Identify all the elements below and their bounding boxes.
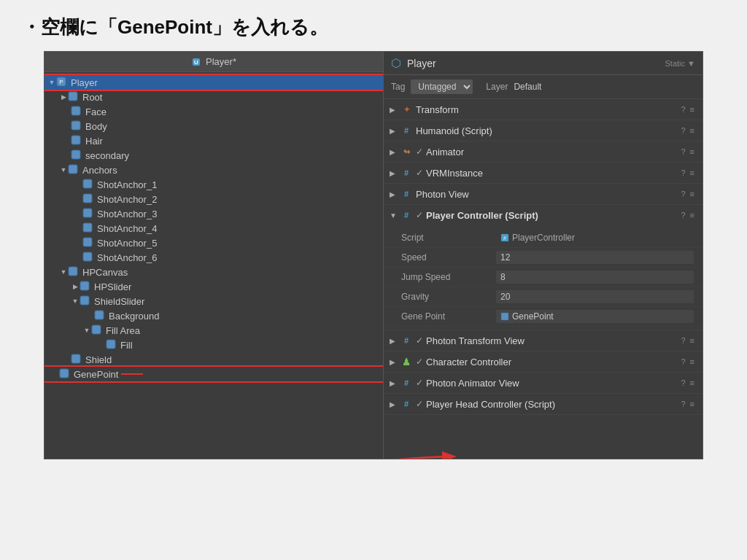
hierarchy-tree[interactable]: ▼ P Player ▶ Root	[44, 72, 383, 459]
help-btn-photontransform[interactable]: ?	[678, 336, 687, 345]
component-vrminstance[interactable]: ▶ # ✓ VRMInstance ? ≡	[384, 163, 703, 184]
gene-point-value[interactable]: GenePoint	[496, 310, 694, 323]
menu-btn-photontransform[interactable]: ≡	[688, 336, 697, 345]
hierarchy-label-hpslider: HPSlider	[94, 281, 131, 292]
component-photontransform[interactable]: ▶ # ✓ Photon Transform View ? ≡	[384, 330, 703, 351]
hierarchy-item-genepoint[interactable]: GenePoint	[44, 367, 383, 381]
hierarchy-label-player: Player	[71, 77, 98, 88]
layer-value: Default	[514, 82, 541, 92]
component-animator[interactable]: ▶ ↬ ✓ Animator ? ≡	[384, 141, 703, 163]
hierarchy-item-shotanchor4[interactable]: ShotAnchor_4	[44, 221, 383, 236]
svg-rect-19	[95, 311, 104, 319]
page-title: ・空欄に「GenePoint」を入れる。	[0, 0, 747, 51]
tag-layer-row: Tag Untagged Layer Default	[384, 75, 703, 99]
hierarchy-label-shield: Shield	[85, 354, 112, 365]
menu-btn-photonanimator[interactable]: ≡	[688, 378, 697, 387]
hierarchy-item-shotanchor2[interactable]: ShotAnchor_2	[44, 192, 383, 206]
cube-icon-fillarea	[91, 324, 103, 336]
component-photonview[interactable]: ▶ # Photon View ? ≡	[384, 184, 703, 205]
cube-icon-shieldslider	[80, 295, 91, 307]
check-playercontroller[interactable]: ✓	[416, 210, 423, 220]
check-charcontroller[interactable]: ✓	[416, 357, 423, 367]
menu-btn-photonview[interactable]: ≡	[688, 190, 697, 198]
cube-icon-hpcanvas	[68, 266, 80, 278]
cube-icon-genepoint	[59, 368, 71, 380]
help-btn-charcontroller[interactable]: ?	[678, 357, 687, 366]
playercontroller-header[interactable]: ▼ # ✓ Player Controller (Script) ? ≡	[384, 205, 703, 225]
cube-icon-shotanchor3	[82, 208, 94, 219]
comp-label-humanoid: Humanoid (Script)	[416, 125, 678, 136]
help-btn-humanoid[interactable]: ?	[678, 126, 687, 135]
help-btn-photonview[interactable]: ?	[678, 190, 687, 198]
comp-label-playerhead: Player Head Controller (Script)	[426, 399, 678, 410]
menu-btn-transform[interactable]: ≡	[688, 105, 697, 114]
layer-label: Layer	[486, 82, 508, 92]
hierarchy-item-shotanchor1[interactable]: ShotAnchor_1	[44, 177, 383, 192]
hierarchy-label-hair: Hair	[85, 136, 103, 147]
svg-rect-15	[83, 252, 92, 261]
tag-select[interactable]: Untagged	[411, 79, 473, 94]
hash-icon-photonview: #	[400, 187, 413, 201]
object-icon: ⬡	[391, 56, 401, 70]
check-vrminstance[interactable]: ✓	[416, 168, 423, 178]
hierarchy-header: U Player*	[44, 52, 383, 72]
hierarchy-label-shotanchor1: ShotAnchor_1	[97, 179, 157, 190]
help-btn-vrminstance[interactable]: ?	[678, 168, 687, 177]
hierarchy-item-anchors[interactable]: ▼ Anchors	[44, 163, 383, 177]
hierarchy-item-shieldslider[interactable]: ▼ ShieldSlider	[44, 294, 383, 308]
prop-jump-speed: Jump Speed 8	[384, 268, 703, 287]
hierarchy-item-fill[interactable]: Fill	[44, 338, 383, 352]
comp-arrow-humanoid: ▶	[390, 127, 400, 135]
hierarchy-item-fillarea[interactable]: ▼ Fill Area	[44, 323, 383, 338]
jump-speed-value[interactable]: 8	[496, 271, 694, 284]
hierarchy-item-hair[interactable]: Hair	[44, 133, 383, 148]
help-btn-transform[interactable]: ?	[678, 105, 687, 114]
help-btn-playerhead[interactable]: ?	[678, 400, 687, 408]
cube-icon-shotanchor4	[82, 222, 94, 234]
hierarchy-item-background[interactable]: Background	[44, 308, 383, 323]
svg-rect-18	[80, 296, 89, 305]
prop-script: Script # PlayerController	[384, 228, 703, 248]
component-charcontroller[interactable]: ▶ ♟ ✓ Character Controller ? ≡	[384, 351, 703, 373]
hierarchy-item-face[interactable]: Face	[44, 104, 383, 119]
hierarchy-label-shotanchor5: ShotAnchor_5	[97, 238, 157, 249]
char-icon: ♟	[400, 355, 413, 368]
comp-label-animator: Animator	[426, 147, 678, 158]
check-photontransform[interactable]: ✓	[416, 335, 423, 346]
hierarchy-item-shield[interactable]: Shield	[44, 352, 383, 367]
hash-icon-playercontroller: #	[400, 209, 413, 222]
hierarchy-item-body[interactable]: Body	[44, 119, 383, 133]
hierarchy-item-root[interactable]: ▶ Root	[44, 90, 383, 104]
help-btn-playercontroller[interactable]: ?	[678, 211, 687, 219]
check-animator[interactable]: ✓	[416, 147, 423, 157]
menu-btn-playerhead[interactable]: ≡	[688, 400, 697, 408]
hierarchy-item-hpcanvas[interactable]: ▼ HPCanvas	[44, 265, 383, 279]
hierarchy-item-shotanchor5[interactable]: ShotAnchor_5	[44, 236, 383, 250]
component-transform[interactable]: ▶ ✦ Transform ? ≡	[384, 99, 703, 120]
menu-btn-charcontroller[interactable]: ≡	[688, 357, 697, 366]
help-btn-photonanimator[interactable]: ?	[678, 378, 687, 387]
hierarchy-item-hpslider[interactable]: ▶ HPSlider	[44, 279, 383, 294]
help-btn-animator[interactable]: ?	[678, 147, 687, 156]
hierarchy-label-genepoint: GenePoint	[74, 369, 118, 380]
component-playercontroller[interactable]: ▼ # ✓ Player Controller (Script) ? ≡ Scr…	[384, 205, 703, 330]
component-photonanimator[interactable]: ▶ # ✓ Photon Animator View ? ≡	[384, 373, 703, 394]
component-playerhead[interactable]: ▶ # ✓ Player Head Controller (Script) ? …	[384, 394, 703, 415]
hierarchy-item-shotanchor3[interactable]: ShotAnchor_3	[44, 206, 383, 221]
hierarchy-item-secondary[interactable]: secondary	[44, 148, 383, 163]
svg-rect-10	[83, 179, 92, 188]
menu-btn-vrminstance[interactable]: ≡	[688, 168, 697, 177]
check-photonanimator[interactable]: ✓	[416, 378, 423, 388]
hierarchy-item-player[interactable]: ▼ P Player	[44, 75, 383, 90]
hierarchy-item-shotanchor6[interactable]: ShotAnchor_6	[44, 250, 383, 265]
menu-btn-humanoid[interactable]: ≡	[688, 126, 697, 135]
component-humanoid[interactable]: ▶ # Humanoid (Script) ? ≡	[384, 120, 703, 141]
hierarchy-label-hpcanvas: HPCanvas	[82, 267, 128, 278]
script-value: # PlayerController	[496, 231, 694, 244]
cube-icon-body	[71, 120, 82, 132]
menu-btn-playercontroller[interactable]: ≡	[688, 211, 697, 219]
speed-value[interactable]: 12	[496, 251, 694, 264]
menu-btn-animator[interactable]: ≡	[688, 147, 697, 156]
gravity-value[interactable]: 20	[496, 290, 694, 303]
check-playerhead[interactable]: ✓	[416, 399, 423, 409]
